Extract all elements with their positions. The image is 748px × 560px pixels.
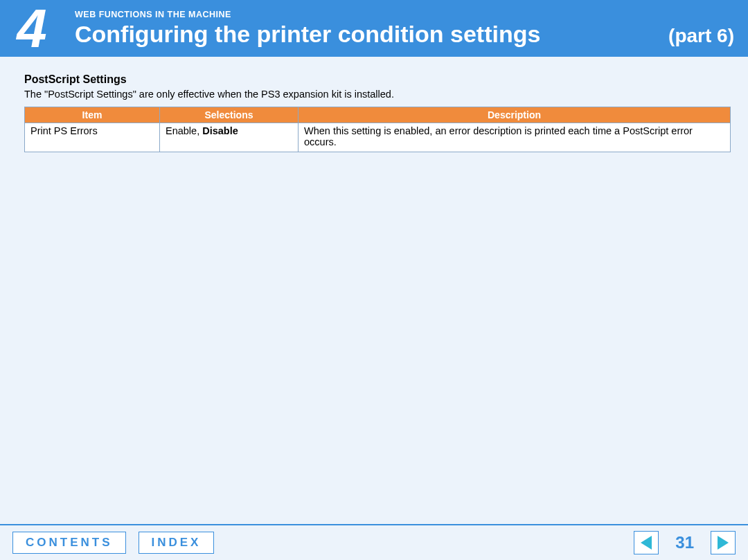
selection-option: Enable, (166, 125, 202, 136)
page-footer: CONTENTS INDEX 31 (0, 524, 748, 560)
arrow-right-icon (718, 536, 729, 550)
part-label: (part 6) (668, 25, 734, 47)
page-number: 31 (671, 533, 698, 552)
table-row: Print PS Errors Enable, Disable When thi… (25, 123, 731, 152)
section-description: The "PostScript Settings" are only effec… (24, 89, 731, 100)
cell-selections: Enable, Disable (160, 123, 299, 152)
cell-item: Print PS Errors (25, 123, 160, 152)
selection-default: Disable (202, 125, 238, 136)
contents-button[interactable]: CONTENTS (12, 532, 126, 554)
page-title: Configuring the printer condition settin… (75, 21, 540, 48)
content-area: PostScript Settings The "PostScript Sett… (0, 57, 748, 524)
next-page-button[interactable] (711, 531, 736, 554)
th-description: Description (299, 107, 731, 123)
cell-description: When this setting is enabled, an error d… (299, 123, 731, 152)
header-text-block: WEB FUNCTIONS IN THE MACHINE Configuring… (69, 0, 748, 57)
chapter-number: 4 (0, 0, 69, 57)
th-item: Item (25, 107, 160, 123)
arrow-left-icon (641, 536, 652, 550)
breadcrumb: WEB FUNCTIONS IN THE MACHINE (75, 10, 748, 19)
settings-table: Item Selections Description Print PS Err… (24, 107, 731, 152)
prev-page-button[interactable] (634, 531, 659, 554)
page-header: 4 WEB FUNCTIONS IN THE MACHINE Configuri… (0, 0, 748, 57)
th-selections: Selections (160, 107, 299, 123)
index-button[interactable]: INDEX (139, 532, 215, 554)
section-heading: PostScript Settings (24, 73, 731, 86)
